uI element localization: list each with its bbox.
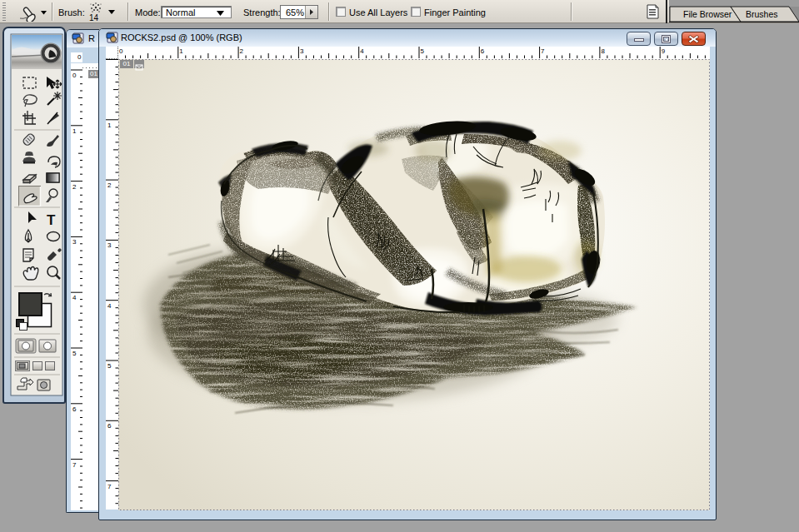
svg-text:3: 3 [72, 238, 77, 246]
svg-text:File Browser: File Browser [683, 9, 732, 19]
svg-text:6: 6 [107, 422, 112, 430]
svg-text:0: 0 [119, 47, 123, 55]
svg-text:6: 6 [72, 405, 77, 413]
svg-text:4: 4 [72, 294, 77, 301]
svg-text:Brushes: Brushes [746, 9, 778, 19]
svg-text:5: 5 [72, 350, 77, 357]
svg-text:7: 7 [107, 482, 112, 490]
svg-text:5: 5 [107, 362, 112, 370]
svg-text:3: 3 [300, 47, 304, 55]
svg-text:4: 4 [360, 47, 364, 55]
svg-text:7: 7 [541, 47, 545, 55]
svg-text:T: T [47, 212, 56, 228]
svg-text:2: 2 [107, 181, 112, 189]
svg-text:9: 9 [662, 47, 666, 55]
svg-text:3: 3 [107, 241, 112, 249]
svg-text:8: 8 [601, 47, 605, 55]
svg-text:1: 1 [107, 121, 112, 128]
svg-text:7: 7 [72, 461, 77, 469]
svg-text:0: 0 [72, 72, 77, 79]
svg-text:1: 1 [72, 127, 77, 135]
svg-text:1: 1 [179, 47, 183, 55]
svg-text:2: 2 [240, 47, 244, 55]
svg-text:5: 5 [421, 47, 425, 55]
svg-text:2: 2 [72, 183, 77, 191]
svg-text:4: 4 [107, 301, 112, 309]
svg-text:6: 6 [481, 47, 485, 55]
